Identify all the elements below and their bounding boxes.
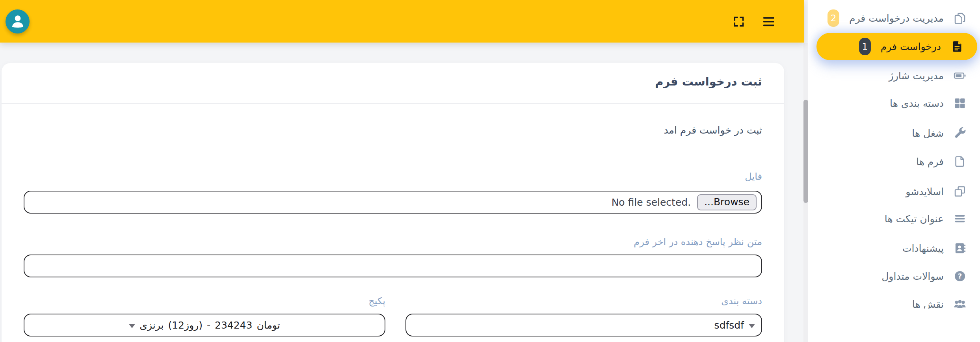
svg-text:?: ? [958,272,962,280]
category-selected-value: sdfsdf [714,320,744,331]
sidebar-item-categories[interactable]: دسته بندی ها [808,89,980,117]
pages-icon [954,12,966,24]
top-bar [0,0,804,43]
app-screen: ثبت درخواست فرم ثبت در خواست فرم امد فای… [0,0,980,342]
sidebar-item-label: مدیریت درخواست فرم [849,13,944,24]
file-input[interactable]: Browse... No file selected. [24,191,762,214]
slides-icon [954,185,966,198]
wrench-icon [954,127,966,139]
sidebar-item-label: دسته بندی ها [890,98,944,109]
comment-input[interactable] [24,255,762,277]
count-badge: 1 [859,38,871,55]
sidebar-item-jobs[interactable]: شغل ها [808,119,980,147]
sidebar-item-label: شغل ها [912,128,944,139]
sidebar: مدیریت درخواست فرم 2 درخواست فرم 1 [808,0,980,342]
file-status-text: No file selected. [612,197,691,208]
sidebar-item-label: پیشنهادات [902,243,944,254]
package-field-label: پکیج [368,296,385,307]
sidebar-nav: مدیریت درخواست فرم 2 درخواست فرم 1 [808,0,980,309]
sidebar-item-request-form[interactable]: درخواست فرم 1 [816,33,977,60]
user-icon [10,13,26,30]
category-select[interactable]: sdfsdf [405,314,762,336]
document-icon [951,40,963,53]
comment-field-label: متن نظر پاسخ دهنده در اخر فرم [634,236,762,247]
question-circle-icon: ? [954,270,966,283]
sidebar-item-suggestions[interactable]: پیشنهادات [808,234,980,262]
sidebar-item-label: فرم ها [916,156,944,167]
package-token: 234243 [215,320,252,331]
count-badge: 2 [828,9,839,27]
sidebar-item-request-form-management[interactable]: مدیریت درخواست فرم 2 [808,4,980,32]
package-token: تومان [257,320,280,331]
sidebar-item-label: مدیریت شارژ [889,70,944,82]
sidebar-item-ticket-titles[interactable]: عنوان تیکت ها [808,205,980,232]
package-token: (12روز) [168,320,203,331]
sidebar-item-label: نقش ها [912,299,944,309]
hamburger-icon [762,16,775,28]
sidebar-item-label: درخواست فرم [881,41,941,52]
form-card: ثبت درخواست فرم ثبت در خواست فرم امد فای… [2,63,784,342]
sidebar-item-slideshow[interactable]: اسلایدشو [808,178,980,205]
card-divider [2,103,784,104]
battery-icon [954,69,966,82]
grid-icon [954,97,966,110]
category-field-label: دسته بندی [721,296,762,307]
sidebar-item-label: سوالات متداول [881,271,944,282]
sidebar-item-forms[interactable]: فرم ها [808,148,980,175]
file-field-label: فایل [745,171,762,182]
sidebar-item-charge-management[interactable]: مدیریت شارژ [808,62,980,89]
dropdown-arrow-icon [749,324,755,328]
scrollbar-thumb[interactable] [803,100,808,203]
browse-button[interactable]: Browse... [697,194,757,210]
page-title: ثبت درخواست فرم [655,75,762,88]
fullscreen-button[interactable] [731,15,746,29]
sidebar-item-label: عنوان تیکت ها [885,213,944,225]
avatar[interactable] [6,9,30,33]
sidebar-item-label: اسلایدشو [906,186,944,197]
list-icon [954,212,966,225]
main-area: ثبت درخواست فرم ثبت در خواست فرم امد فای… [0,0,808,342]
package-select[interactable]: برنزی (12روز) - 234243 تومان [24,314,385,336]
fullscreen-icon [733,15,745,29]
sidebar-item-faq[interactable]: ? سوالات متداول [808,262,980,290]
contact-book-icon [954,242,966,255]
form-heading: ثبت در خواست فرم امد [664,125,762,136]
menu-button[interactable] [761,15,776,29]
file-icon [954,155,966,168]
sidebar-item-roles[interactable]: نقش ها [808,290,980,309]
package-token: - [207,320,210,331]
dropdown-arrow-icon [129,324,135,328]
package-token: برنزی [139,320,164,331]
users-icon [954,298,966,309]
